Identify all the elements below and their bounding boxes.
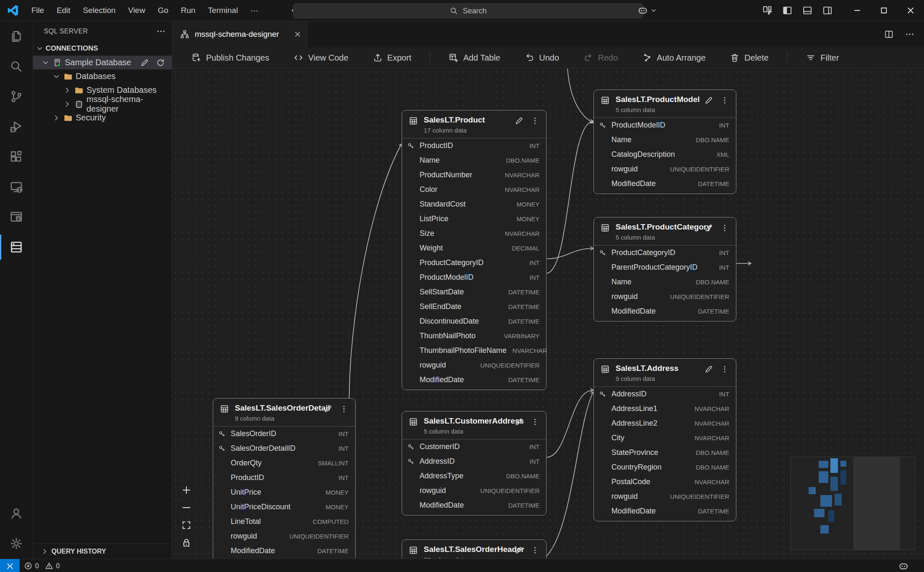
column-row-postalcode[interactable]: PostalCodeNVARCHAR	[594, 475, 736, 489]
activity-item-account[interactable]	[0, 498, 33, 529]
table-menu-icon[interactable]	[530, 417, 540, 435]
edit-table-icon[interactable]	[514, 116, 524, 134]
maximize-button[interactable]	[871, 0, 897, 21]
toolbar-add-table-button[interactable]: Add Table	[448, 53, 500, 63]
column-row-thumbnailphotofilename[interactable]: ThumbnailPhotoFileNameNVARCHAR	[402, 343, 546, 358]
sidebar-more-actions-icon[interactable]	[156, 26, 166, 36]
column-row-rowguid[interactable]: rowguidUNIQUEIDENTIFIER	[594, 289, 736, 304]
column-row-sellenddate[interactable]: SellEndDateDATETIME	[402, 299, 546, 314]
table-node-address[interactable]: SalesLT.Address9 column dataAddressIDINT…	[593, 358, 736, 521]
column-row-weight[interactable]: WeightDECIMAL	[402, 241, 546, 255]
table-node-sales-order-header[interactable]: SalesLT.SalesOrderHeader22 column data	[402, 539, 547, 559]
column-row-unitpricediscount[interactable]: UnitPriceDiscountMONEY	[213, 500, 355, 514]
column-row-size[interactable]: SizeNVARCHAR	[402, 226, 546, 241]
schema-canvas[interactable]: SalesLT.Product17 column dataProductIDIN…	[172, 69, 924, 559]
activity-item-settings[interactable]	[0, 529, 33, 559]
zoom-out-button[interactable]	[178, 499, 195, 516]
tree-item-sample-database[interactable]: Sample Database	[33, 56, 172, 69]
tree-item-mssql-schema-designer[interactable]: mssql-schema-designer	[33, 97, 172, 111]
menu-edit[interactable]: Edit	[51, 4, 76, 17]
column-row-addressid[interactable]: AddressIDINT	[594, 387, 736, 401]
column-row-linetotal[interactable]: LineTotalCOMPUTED	[213, 514, 355, 529]
column-row-parentproductcategoryid[interactable]: ParentProductCategoryIDINT	[594, 260, 736, 275]
table-node-product-category[interactable]: SalesLT.ProductCategory5 column dataProd…	[593, 217, 736, 322]
toolbar-undo-button[interactable]: Undo	[524, 53, 559, 63]
toggle-sidebar-icon[interactable]	[782, 5, 793, 16]
connector-product-modelid-to-productmodel[interactable]	[546, 121, 593, 273]
customize-layout-icon[interactable]	[762, 5, 773, 16]
table-node-customer-address[interactable]: SalesLT.CustomerAddress5 column dataCust…	[402, 411, 547, 516]
table-menu-icon[interactable]	[720, 365, 729, 382]
column-row-productmodelid[interactable]: ProductModelIDINT	[402, 270, 546, 285]
column-row-addressline1[interactable]: AddressLine1NVARCHAR	[594, 401, 736, 416]
column-row-rowguid[interactable]: rowguidUNIQUEIDENTIFIER	[402, 358, 546, 373]
column-row-standardcost[interactable]: StandardCostMONEY	[402, 197, 546, 212]
column-row-catalogdescription[interactable]: CatalogDescriptionXML	[594, 147, 736, 162]
copilot-menu[interactable]	[637, 5, 657, 16]
query-history-section[interactable]: QUERY HISTORY	[33, 544, 172, 559]
column-row-color[interactable]: ColorNVARCHAR	[402, 182, 546, 197]
column-row-salesorderid[interactable]: SalesOrderIDINT	[213, 426, 355, 441]
toolbar-publish-changes-button[interactable]: Publish Changes	[191, 53, 269, 63]
toolbar-view-code-button[interactable]: View Code	[293, 53, 348, 63]
tab-mssql-schema-designer[interactable]: mssql-schema-designer	[172, 21, 308, 47]
remote-indicator[interactable]	[0, 559, 20, 572]
column-row-name[interactable]: NameDBO.NAME	[594, 275, 736, 289]
column-row-modifieddate[interactable]: ModifiedDateDATETIME	[594, 176, 736, 191]
edit-table-icon[interactable]	[514, 546, 524, 559]
column-row-modifieddate[interactable]: ModifiedDateDATETIME	[594, 304, 736, 319]
tree-item-databases[interactable]: Databases	[33, 69, 172, 83]
column-row-productid[interactable]: ProductIDINT	[402, 138, 546, 153]
table-node-product[interactable]: SalesLT.Product17 column dataProductIDIN…	[402, 110, 547, 390]
close-tab-icon[interactable]	[293, 30, 302, 38]
column-row-thumbnailphoto[interactable]: ThumbNailPhotoVARBINARY	[402, 329, 546, 343]
toggle-secondary-sidebar-icon[interactable]	[822, 5, 833, 16]
activity-item-search[interactable]	[0, 51, 33, 82]
edit-table-icon[interactable]	[704, 223, 713, 241]
column-row-listprice[interactable]: ListPriceMONEY	[402, 212, 546, 226]
column-row-name[interactable]: NameDBO.NAME	[594, 133, 736, 147]
connections-section-header[interactable]: CONNECTIONS	[33, 41, 172, 56]
menu-terminal[interactable]: Terminal	[203, 4, 244, 17]
connector-salesorderdetail-productid-to-product[interactable]	[349, 144, 402, 473]
column-row-productnumber[interactable]: ProductNumberNVARCHAR	[402, 168, 546, 182]
column-row-orderqty[interactable]: OrderQtySMALLINT	[213, 456, 355, 470]
menu-go[interactable]: Go	[152, 4, 173, 17]
menu-selection[interactable]: Selection	[77, 4, 121, 17]
table-menu-icon[interactable]	[720, 96, 729, 113]
column-row-addresstype[interactable]: AddressTypeDBO.NAME	[402, 469, 546, 483]
column-row-rowguid[interactable]: rowguidUNIQUEIDENTIFIER	[402, 483, 546, 498]
activity-item-run-debug[interactable]	[0, 112, 33, 142]
activity-item-sql-server[interactable]	[0, 202, 33, 232]
activity-item-schema-designer[interactable]	[0, 232, 33, 262]
tree-item-security[interactable]: Security	[33, 111, 172, 125]
table-menu-icon[interactable]	[530, 546, 540, 559]
menu-view[interactable]: View	[123, 4, 151, 17]
toolbar-auto-arrange-button[interactable]: Auto Arrange	[642, 53, 706, 63]
problems-status[interactable]: 0 0	[20, 562, 64, 570]
column-row-productcategoryid[interactable]: ProductCategoryIDINT	[402, 255, 546, 270]
column-row-modifieddate[interactable]: ModifiedDateDATETIME	[213, 544, 355, 558]
column-row-modifieddate[interactable]: ModifiedDateDATETIME	[594, 504, 736, 518]
menu-overflow[interactable]: ⋯	[245, 4, 264, 18]
menu-file[interactable]: File	[26, 4, 50, 17]
minimap-viewport[interactable]	[853, 457, 900, 550]
column-row-addressid[interactable]: AddressIDINT	[402, 454, 546, 469]
column-row-addressline2[interactable]: AddressLine2NVARCHAR	[594, 416, 736, 431]
split-editor-icon[interactable]	[884, 29, 894, 39]
column-row-rowguid[interactable]: rowguidUNIQUEIDENTIFIER	[594, 162, 736, 176]
column-row-discontinueddate[interactable]: DiscontinuedDateDATETIME	[402, 314, 546, 329]
toolbar-filter-button[interactable]: Filter	[806, 53, 839, 63]
connector-offscreen-top-to-productmodel[interactable]	[568, 69, 593, 123]
edit-table-icon[interactable]	[704, 365, 713, 382]
toolbar-delete-button[interactable]: Delete	[730, 53, 769, 63]
toggle-panel-icon[interactable]	[802, 5, 813, 16]
table-menu-icon[interactable]	[339, 404, 349, 422]
edit-table-icon[interactable]	[514, 417, 524, 435]
column-row-rowguid[interactable]: rowguidUNIQUEIDENTIFIER	[213, 529, 355, 544]
connector-product-categoryid-to-productcategory[interactable]	[546, 248, 593, 259]
column-row-stateprovince[interactable]: StateProvinceDBO.NAME	[594, 445, 736, 460]
pencil-icon[interactable]	[140, 58, 149, 67]
column-row-salesorderdetailid[interactable]: SalesOrderDetailIDINT	[213, 441, 355, 456]
table-node-product-model[interactable]: SalesLT.ProductModel5 column dataProduct…	[593, 89, 736, 194]
